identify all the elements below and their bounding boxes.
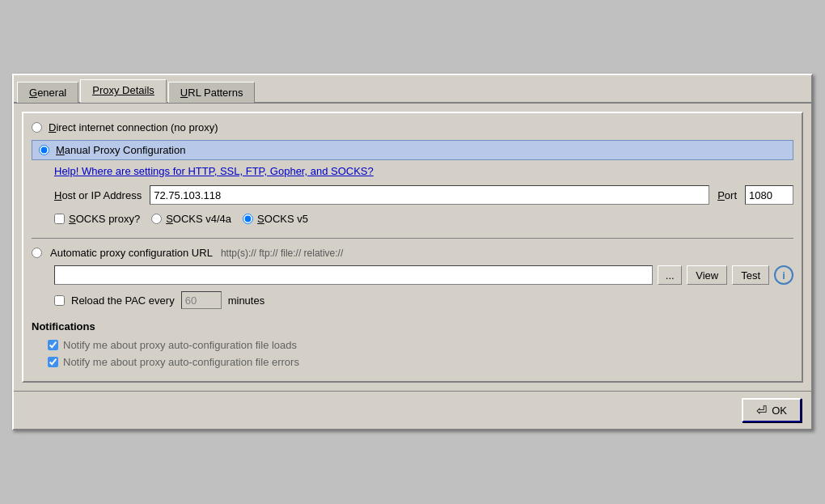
auto-proxy-hints: http(s):// ftp:// file:// relative://	[221, 248, 343, 259]
manual-proxy-label[interactable]: Manual Proxy Configuration	[56, 144, 185, 156]
reload-pac-checkbox[interactable]	[54, 295, 65, 306]
socks-proxy-label[interactable]: SOCKS proxy?	[54, 213, 140, 225]
ok-icon: ⏎	[756, 403, 767, 418]
reload-pac-label: Reload the PAC every	[71, 294, 175, 307]
pac-minutes-label: minutes	[228, 294, 265, 307]
direct-connection-label[interactable]: Direct internet connection (no proxy)	[49, 121, 218, 133]
socks-proxy-checkbox[interactable]	[54, 214, 65, 224]
tab-bar: General Proxy Details URL Patterns	[14, 75, 811, 104]
tab-proxy-details-label: Proxy Details	[92, 84, 154, 96]
pac-row: Reload the PAC every minutes	[54, 291, 793, 309]
manual-proxy-selected-row: Manual Proxy Configuration	[32, 140, 793, 160]
tab-url-patterns-label: URL Patterns	[180, 87, 243, 99]
manual-proxy-section: Manual Proxy Configuration Help! Where a…	[32, 140, 793, 225]
ok-label: OK	[772, 404, 787, 417]
host-label: Host or IP Address	[54, 189, 142, 201]
auto-proxy-radio[interactable]	[32, 248, 42, 258]
dialog: General Proxy Details URL Patterns Direc…	[12, 74, 813, 430]
direct-connection-radio[interactable]	[32, 122, 42, 133]
auto-proxy-label[interactable]: Automatic proxy configuration URL	[50, 247, 213, 259]
bottom-bar: ⏎ OK	[14, 391, 811, 429]
test-button[interactable]: Test	[732, 265, 769, 285]
notification-item-1: Notify me about proxy auto-configuration…	[48, 356, 793, 368]
notification-item-0: Notify me about proxy auto-configuration…	[48, 339, 793, 351]
divider	[32, 238, 793, 239]
notifications-section: Notifications Notify me about proxy auto…	[32, 320, 793, 368]
tab-general-label: General	[29, 87, 66, 99]
help-link[interactable]: Help! Where are settings for HTTP, SSL, …	[54, 165, 793, 177]
host-row: Host or IP Address Port	[54, 185, 793, 205]
auto-proxy-header: Automatic proxy configuration URL http(s…	[32, 247, 793, 259]
notify-errors-checkbox[interactable]	[48, 357, 58, 367]
notify-loads-label: Notify me about proxy auto-configuration…	[63, 339, 297, 351]
socks-row: SOCKS proxy? SOCKS v4/4a SOCKS v5	[54, 213, 793, 225]
view-button[interactable]: View	[687, 265, 727, 285]
info-button[interactable]: i	[774, 265, 793, 285]
ellipsis-button[interactable]: ...	[658, 265, 682, 285]
socks-v5-radio[interactable]	[243, 214, 253, 224]
tab-url-patterns[interactable]: URL Patterns	[168, 82, 256, 103]
socks-v4-label[interactable]: SOCKS v4/4a	[151, 213, 231, 225]
notifications-title: Notifications	[32, 320, 793, 332]
url-input[interactable]	[54, 265, 653, 285]
tab-general[interactable]: General	[17, 82, 78, 103]
socks-v4-radio[interactable]	[151, 214, 162, 224]
ok-button[interactable]: ⏎ OK	[742, 398, 802, 422]
pac-interval-input[interactable]	[181, 291, 222, 309]
host-input[interactable]	[150, 185, 709, 205]
main-panel: Direct internet connection (no proxy) Ma…	[22, 112, 803, 383]
notify-errors-label: Notify me about proxy auto-configuration…	[63, 356, 299, 368]
port-label: Port	[717, 189, 737, 201]
url-row: ... View Test i	[54, 265, 793, 285]
socks-v5-label[interactable]: SOCKS v5	[243, 213, 308, 225]
manual-proxy-radio[interactable]	[39, 145, 49, 155]
port-input[interactable]	[745, 185, 793, 205]
auto-proxy-section: Automatic proxy configuration URL http(s…	[32, 247, 793, 309]
notify-loads-checkbox[interactable]	[48, 340, 58, 350]
tab-proxy-details[interactable]: Proxy Details	[80, 79, 167, 103]
direct-connection-row: Direct internet connection (no proxy)	[32, 121, 793, 133]
